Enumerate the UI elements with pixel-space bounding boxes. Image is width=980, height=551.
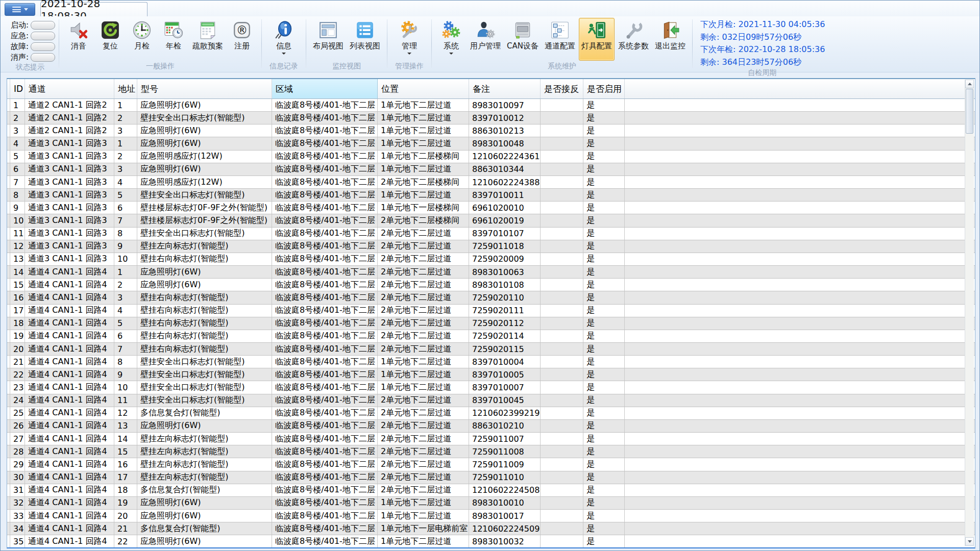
cell-address: 10 [114, 253, 137, 265]
table-row[interactable]: 3通道2 CAN1-1 回路23应急照明灯(6W)临波庭8号楼/401-地下二层… [7, 124, 975, 137]
cell-remark: 7259011007 [469, 433, 541, 445]
column-header-备注[interactable]: 备注 [469, 79, 541, 98]
toolbar-button-register[interactable]: ®注册 [227, 18, 257, 61]
cell-enabled: 是 [583, 368, 625, 381]
row-filler [625, 240, 975, 253]
table-row[interactable]: 1通道2 CAN1-1 回路21应急照明灯(6W)临波庭8号楼/401-地下二层… [7, 99, 975, 112]
cell-enabled: 是 [583, 151, 625, 163]
list-view-icon [355, 20, 375, 40]
toolbar-button-can-device[interactable]: CAN设备 [504, 18, 541, 61]
table-row[interactable]: 30通道4 CAN1-1 回路417壁挂左向标志灯(智能型)临波庭8号楼/401… [7, 471, 975, 484]
scrollbar-thumb[interactable] [966, 89, 973, 134]
toolbar-button-lamp-config[interactable]: 灯具配置 [579, 18, 615, 61]
table-row[interactable]: 23通道4 CAN1-1 回路410壁挂安全出口标志灯(智能型)临波庭8号楼/4… [7, 381, 975, 394]
table-row[interactable]: 13通道3 CAN1-1 回路310壁挂右向标志灯(智能型)临波庭8号楼/401… [7, 253, 975, 266]
cell-channel: 通道4 CAN1-1 回路4 [25, 497, 114, 509]
scrollbar-track[interactable] [965, 134, 974, 537]
cell-address: 20 [114, 510, 137, 522]
table-row[interactable]: 16通道4 CAN1-1 回路43壁挂右向标志灯(智能型)临波庭8号楼/401-… [7, 291, 975, 304]
scroll-down-button[interactable] [965, 537, 974, 546]
column-header-地址[interactable]: 地址 [114, 79, 137, 98]
toolbar-button-system[interactable]: 系统 [436, 18, 467, 61]
cell-channel: 通道4 CAN1-1 回路4 [25, 291, 114, 304]
cell-location: 2单元地下二层过道 [378, 433, 469, 445]
table-row[interactable]: 4通道3 CAN1-1 回路31应急照明灯(6W)临波庭8号楼/401-地下二层… [7, 137, 975, 150]
channel-config-icon [550, 20, 570, 40]
cell-channel: 通道3 CAN1-1 回路3 [25, 228, 114, 240]
cell-enabled: 是 [583, 228, 625, 240]
toolbar-button-system-params[interactable]: 系统参数 [616, 18, 651, 61]
row-filler [625, 124, 975, 137]
cell-address: 8 [114, 228, 137, 240]
table-row[interactable]: 18通道4 CAN1-1 回路45壁挂右向标志灯(智能型)临波庭8号楼/401-… [7, 317, 975, 330]
cell-id: 5 [10, 151, 25, 163]
column-header-是否启用[interactable]: 是否启用 [583, 79, 625, 98]
toolbar-button-reset[interactable]: 复位 [95, 18, 126, 61]
toolbar-button-info[interactable]: 信息 [268, 18, 299, 61]
table-row[interactable]: 2通道2 CAN1-1 回路22壁挂安全出口标志灯(智能型)临波庭8号楼/401… [7, 112, 975, 124]
column-header-是否接反[interactable]: 是否接反 [541, 79, 583, 98]
cell-address: 8 [114, 356, 137, 368]
toolbar-button-exit-monitor[interactable]: 退出监控 [652, 18, 688, 61]
scroll-up-button[interactable] [965, 80, 974, 88]
cell-remark: 8397010007 [469, 381, 541, 393]
table-row[interactable]: 10通道3 CAN1-1 回路37壁挂楼层标志灯0F-9F之外(智能型)临波庭8… [7, 214, 975, 227]
table-row[interactable]: 34通道4 CAN1-1 回路421多信息复合灯(智能型)临波庭8号楼/401-… [7, 522, 975, 535]
active-tab[interactable]: 2021-10-28 18:08:30 [40, 2, 148, 17]
toolbar-button-monthly-check[interactable]: 月检 [127, 18, 157, 61]
toolbar-button-layout-view[interactable]: 布局视图 [310, 18, 346, 61]
cell-id: 10 [10, 214, 25, 227]
column-header-型号[interactable]: 型号 [137, 79, 272, 98]
vertical-scrollbar[interactable] [965, 80, 974, 546]
table-row[interactable]: 11通道3 CAN1-1 回路38壁挂安全出口标志灯(智能型)临波庭8号楼/40… [7, 228, 975, 240]
table-row[interactable]: 32通道4 CAN1-1 回路419应急照明灯(6W)临波庭8号楼/401-地下… [7, 497, 975, 510]
column-header-通道[interactable]: 通道 [25, 79, 114, 98]
table-row[interactable]: 20通道4 CAN1-1 回路47壁挂右向标志灯(智能型)临波庭8号楼/401-… [7, 343, 975, 356]
status-label-fault: 故障: [5, 42, 29, 52]
toolbar-button-list-view[interactable]: 列表视图 [347, 18, 383, 61]
table-row[interactable]: 14通道4 CAN1-1 回路41应急照明灯(6W)临波庭8号楼/401-地下二… [7, 266, 975, 279]
table-row[interactable]: 27通道4 CAN1-1 回路414壁挂左向标志灯(智能型)临波庭8号楼/401… [7, 433, 975, 445]
toolbar-button-manage[interactable]: 管理 [394, 18, 425, 61]
table-row[interactable]: 33通道4 CAN1-1 回路420应急照明灯(6W)临波庭8号楼/401-地下… [7, 510, 975, 522]
table-row[interactable]: 17通道4 CAN1-1 回路44壁挂右向标志灯(智能型)临波庭8号楼/401-… [7, 305, 975, 317]
table-row[interactable]: 25通道4 CAN1-1 回路412多信息复合灯(智能型)临波庭8号楼/401-… [7, 407, 975, 420]
cell-enabled: 是 [583, 522, 625, 535]
table-row[interactable]: 12通道3 CAN1-1 回路39壁挂左向标志灯(智能型)临波庭8号楼/401-… [7, 240, 975, 253]
table-row[interactable]: 24通道4 CAN1-1 回路411壁挂安全出口标志灯(智能型)临波庭8号楼/4… [7, 394, 975, 407]
table-row[interactable]: 28通道4 CAN1-1 回路415壁挂左向标志灯(智能型)临波庭8号楼/401… [7, 445, 975, 458]
cell-location: 1单元地下二层过道 [378, 112, 469, 124]
table-row[interactable]: 8通道3 CAN1-1 回路35壁挂安全出口标志灯(智能型)临波庭8号楼/401… [7, 189, 975, 202]
toolbar-button-annual-check[interactable]: 年检 [158, 18, 189, 61]
table-row[interactable]: 15通道4 CAN1-1 回路42应急照明灯(6W)临波庭8号楼/401-地下二… [7, 279, 975, 291]
toolbar-button-mute[interactable]: 消音 [63, 18, 94, 61]
cell-id: 13 [10, 253, 25, 265]
column-header-ID[interactable]: ID [10, 79, 25, 98]
table-row[interactable]: 22通道4 CAN1-1 回路49壁挂安全出口标志灯(智能型)临波庭8号楼/40… [7, 368, 975, 381]
row-filler [625, 407, 975, 419]
cell-channel: 通道4 CAN1-1 回路4 [25, 394, 114, 407]
cell-channel: 通道3 CAN1-1 回路3 [25, 189, 114, 201]
table-row[interactable]: 31通道4 CAN1-1 回路418多信息复合灯(智能型)临波庭8号楼/401-… [7, 484, 975, 497]
column-header-区域[interactable]: 区域 [272, 79, 378, 98]
toolbar-button-evacuation-plan[interactable]: 疏散预案 [190, 18, 226, 61]
table-row[interactable]: 7通道3 CAN1-1 回路34应急照明感应灯(12W)临波庭8号楼/401-地… [7, 176, 975, 189]
main-menu-button[interactable] [5, 3, 35, 16]
table-row[interactable]: 35通道4 CAN1-1 回路422应急照明灯(6W)临波庭8号楼/401-地下… [7, 535, 975, 548]
table-row[interactable]: 19通道4 CAN1-1 回路46壁挂右向标志灯(智能型)临波庭8号楼/401-… [7, 330, 975, 343]
table-row[interactable]: 6通道3 CAN1-1 回路33应急照明灯(6W)临波庭8号楼/401-地下二层… [7, 163, 975, 176]
toolbar-button-user-management[interactable]: 用户管理 [468, 18, 503, 61]
column-header-位置[interactable]: 位置 [378, 79, 469, 98]
table-row[interactable]: 21通道4 CAN1-1 回路48壁挂安全出口标志灯(智能型)临波庭8号楼/40… [7, 356, 975, 368]
cell-id: 26 [10, 420, 25, 432]
table-row[interactable]: 9通道3 CAN1-1 回路36壁挂楼层标志灯0F-9F之外(智能型)临波庭8号… [7, 202, 975, 214]
self-check-panel: 下次月检: 2021-11-30 04:05:36剩余: 032日09时57分0… [696, 17, 828, 68]
table-row[interactable]: 26通道4 CAN1-1 回路413应急照明灯(6W)临波庭8号楼/401-地下… [7, 420, 975, 433]
status-item: 启动: [5, 20, 55, 30]
table-row[interactable]: 5通道3 CAN1-1 回路32应急照明感应灯(12W)临波庭8号楼/401-地… [7, 151, 975, 163]
cell-channel: 通道4 CAN1-1 回路4 [25, 368, 114, 381]
cell-location: 2单元地下二层过道 [378, 228, 469, 240]
toolbar-button-channel-config[interactable]: 通道配置 [542, 18, 578, 61]
cell-model: 应急照明灯(6W) [137, 279, 272, 291]
table-row[interactable]: 29通道4 CAN1-1 回路416壁挂左向标志灯(智能型)临波庭8号楼/401… [7, 458, 975, 471]
